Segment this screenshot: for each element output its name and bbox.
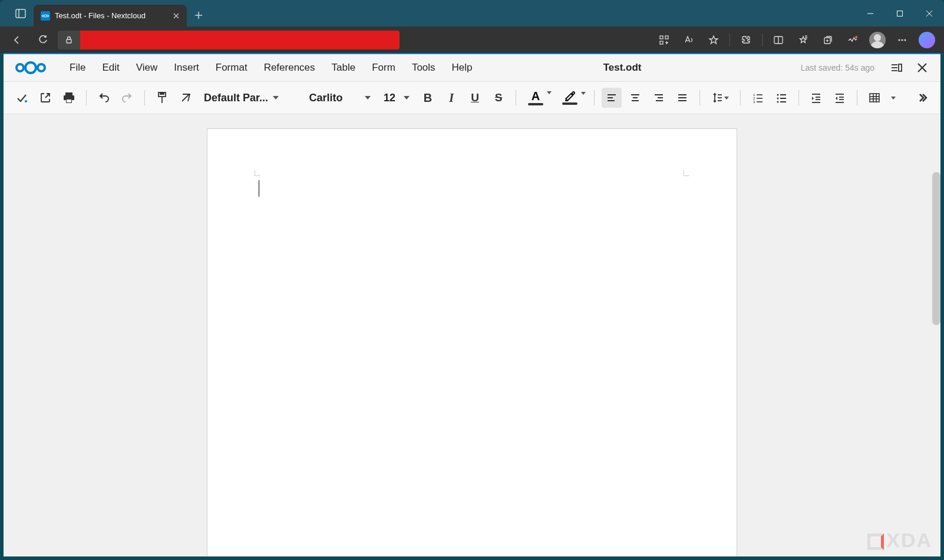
- svg-point-76: [777, 98, 779, 100]
- align-left-icon[interactable]: [602, 88, 622, 108]
- svg-text:3: 3: [753, 100, 755, 104]
- svg-point-31: [902, 39, 903, 41]
- sidebar-toggle-icon[interactable]: [886, 58, 906, 78]
- paragraph-style-dropdown[interactable]: Default Par...: [199, 90, 283, 107]
- redo-icon[interactable]: [117, 88, 137, 108]
- extensions-icon[interactable]: [735, 29, 757, 51]
- italic-icon[interactable]: I: [441, 88, 461, 108]
- bullet-list-icon[interactable]: [771, 88, 791, 108]
- favorite-star-icon[interactable]: [702, 29, 725, 51]
- open-external-icon[interactable]: [35, 88, 55, 108]
- vertical-scrollbar-thumb[interactable]: [932, 172, 940, 325]
- close-document-button[interactable]: [912, 58, 932, 78]
- align-right-icon[interactable]: [649, 88, 669, 108]
- decrease-indent-icon[interactable]: [830, 88, 850, 108]
- svg-rect-78: [780, 94, 786, 95]
- underline-icon[interactable]: U: [465, 88, 485, 108]
- table-dropdown-caret[interactable]: [888, 88, 899, 108]
- performance-icon[interactable]: [841, 29, 864, 51]
- svg-point-42: [25, 100, 27, 102]
- numbered-list-icon[interactable]: 123: [748, 88, 768, 108]
- menu-form[interactable]: Form: [365, 58, 402, 77]
- strikethrough-icon[interactable]: S: [488, 88, 509, 108]
- save-status-label: Last saved: 54s ago: [801, 63, 880, 72]
- print-icon[interactable]: [59, 88, 79, 108]
- nextcloud-logo[interactable]: [12, 58, 49, 77]
- apps-grid-icon[interactable]: [653, 29, 675, 51]
- menu-view[interactable]: View: [129, 58, 165, 77]
- window-minimize-button[interactable]: [856, 0, 885, 26]
- svg-rect-50: [160, 92, 164, 94]
- refresh-button[interactable]: [32, 29, 54, 51]
- site-security-button[interactable]: [58, 31, 80, 49]
- menu-tools[interactable]: Tools: [405, 58, 443, 77]
- browser-titlebar: Test.odt - Files - Nextcloud: [0, 0, 944, 26]
- accept-tracked-change-icon[interactable]: [12, 88, 32, 108]
- menu-file[interactable]: File: [62, 58, 93, 77]
- svg-point-34: [25, 62, 36, 73]
- paragraph-style-value: Default Par...: [204, 92, 268, 104]
- svg-point-32: [905, 39, 906, 41]
- window-maximize-button[interactable]: [885, 0, 915, 26]
- document-page[interactable]: [207, 128, 737, 556]
- svg-marker-20: [709, 36, 718, 44]
- svg-point-52: [572, 92, 575, 94]
- copilot-icon[interactable]: [916, 29, 938, 51]
- svg-rect-10: [897, 11, 903, 16]
- svg-rect-89: [870, 94, 879, 102]
- margin-corner-tl: [255, 170, 260, 176]
- svg-rect-47: [67, 100, 71, 102]
- svg-point-77: [777, 101, 779, 103]
- menu-references[interactable]: References: [257, 58, 322, 77]
- svg-rect-16: [660, 41, 663, 44]
- nextcloud-favicon: [41, 11, 50, 21]
- favorites-bar-icon[interactable]: [792, 29, 814, 51]
- menu-table[interactable]: Table: [325, 58, 363, 77]
- read-aloud-icon[interactable]: [678, 29, 700, 51]
- address-bar-wrap: [58, 31, 400, 49]
- browser-chrome: Test.odt - Files - Nextcloud: [0, 0, 944, 53]
- tab-close-button[interactable]: [171, 11, 181, 21]
- profile-avatar[interactable]: [866, 29, 889, 51]
- text-cursor: [259, 180, 259, 197]
- more-menu-icon[interactable]: [891, 29, 913, 51]
- align-center-icon[interactable]: [625, 88, 645, 108]
- svg-rect-79: [780, 98, 786, 99]
- svg-point-29: [855, 36, 857, 38]
- font-color-button[interactable]: A: [523, 90, 548, 105]
- line-spacing-dropdown[interactable]: [707, 88, 733, 108]
- menubar: File Edit View Insert Format References …: [4, 54, 940, 81]
- undo-icon[interactable]: [94, 88, 114, 108]
- bold-icon[interactable]: B: [418, 88, 438, 108]
- svg-point-33: [16, 64, 24, 71]
- font-size-dropdown[interactable]: 12: [379, 90, 414, 107]
- menu-insert[interactable]: Insert: [167, 58, 206, 77]
- clear-formatting-icon[interactable]: [176, 88, 196, 108]
- browser-sidebar-toggle[interactable]: [7, 0, 34, 26]
- window-close-button[interactable]: [915, 0, 944, 26]
- new-tab-button[interactable]: [187, 4, 210, 26]
- highlight-color-button[interactable]: [557, 91, 582, 105]
- document-canvas[interactable]: [4, 114, 940, 556]
- address-bar-redacted[interactable]: [80, 31, 400, 49]
- svg-point-3: [44, 14, 47, 16]
- back-button[interactable]: [6, 29, 28, 51]
- nextcloud-office-app: File Edit View Insert Format References …: [4, 53, 940, 556]
- menu-format[interactable]: Format: [209, 58, 255, 77]
- svg-rect-13: [67, 39, 71, 43]
- font-name-dropdown[interactable]: Carlito: [287, 90, 375, 107]
- svg-point-4: [47, 15, 49, 16]
- browser-tab-active[interactable]: Test.odt - Files - Nextcloud: [34, 5, 187, 26]
- insert-table-icon[interactable]: [864, 88, 884, 108]
- split-screen-icon[interactable]: [767, 29, 790, 51]
- clone-formatting-icon[interactable]: [152, 88, 172, 108]
- toolbar-overflow-icon[interactable]: [912, 88, 932, 108]
- svg-point-30: [899, 39, 900, 41]
- increase-indent-icon[interactable]: [806, 88, 826, 108]
- svg-line-43: [45, 94, 49, 98]
- menu-edit[interactable]: Edit: [95, 58, 126, 77]
- svg-point-35: [38, 64, 45, 71]
- collections-icon[interactable]: [817, 29, 839, 51]
- document-title[interactable]: Test.odt: [464, 62, 781, 74]
- align-justify-icon[interactable]: [672, 88, 692, 108]
